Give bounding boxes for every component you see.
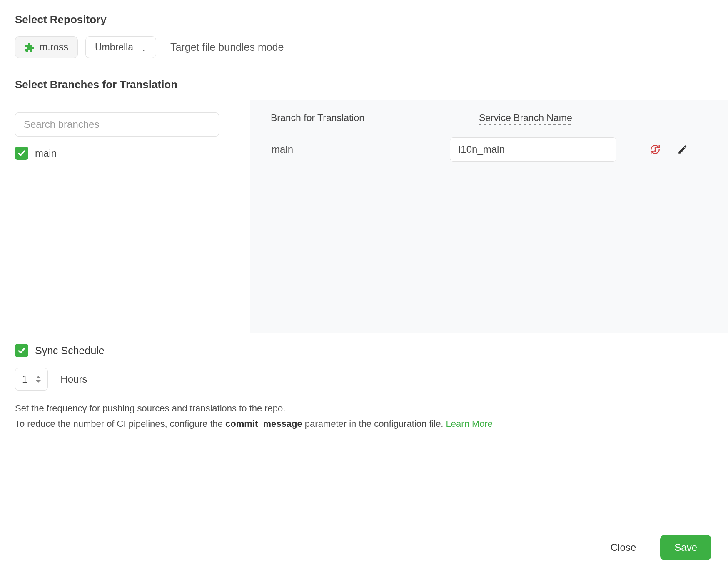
interval-stepper[interactable]: 1 bbox=[15, 368, 48, 391]
repo-project-dropdown[interactable]: Umbrella bbox=[85, 36, 156, 58]
chevron-down-icon bbox=[141, 45, 147, 50]
target-mode-label: Target file bundles mode bbox=[170, 41, 284, 53]
branch-item-label: main bbox=[35, 147, 57, 159]
sync-schedule-label: Sync Schedule bbox=[35, 345, 105, 357]
sync-section: Sync Schedule 1 Hours Set the frequency … bbox=[15, 333, 713, 442]
branch-checkbox[interactable] bbox=[15, 147, 28, 160]
sync-help-text: Set the frequency for pushing sources an… bbox=[15, 401, 713, 432]
help-suffix: parameter in the configuration file. bbox=[302, 418, 446, 429]
column-service-branch-name[interactable]: Service Branch Name bbox=[479, 112, 572, 125]
column-branch-for-translation: Branch for Translation bbox=[271, 112, 429, 125]
branch-item[interactable]: main bbox=[15, 147, 235, 160]
interval-unit-label: Hours bbox=[60, 373, 87, 385]
sync-alert-icon[interactable] bbox=[650, 144, 661, 155]
branches-area: main Branch for Translation Service Bran… bbox=[0, 100, 728, 333]
save-button[interactable]: Save bbox=[660, 535, 711, 560]
select-branches-heading: Select Branches for Translation bbox=[15, 78, 713, 91]
help-line1: Set the frequency for pushing sources an… bbox=[15, 401, 713, 416]
row-actions bbox=[650, 144, 688, 155]
branch-config-row: main bbox=[271, 137, 707, 162]
branches-list-panel: main bbox=[0, 100, 250, 333]
puzzle-icon bbox=[25, 42, 35, 52]
repo-row: m.ross Umbrella Target file bundles mode bbox=[15, 36, 713, 58]
repo-owner-label: m.ross bbox=[40, 42, 68, 53]
svg-point-1 bbox=[655, 151, 656, 152]
learn-more-link[interactable]: Learn More bbox=[446, 418, 493, 429]
select-repository-heading: Select Repository bbox=[15, 13, 713, 26]
repo-project-label: Umbrella bbox=[95, 42, 133, 53]
branch-config-headers: Branch for Translation Service Branch Na… bbox=[271, 112, 707, 125]
close-button[interactable]: Close bbox=[603, 536, 643, 559]
help-line2: To reduce the number of CI pipelines, co… bbox=[15, 416, 713, 431]
interval-value: 1 bbox=[22, 373, 27, 385]
search-branches-input[interactable] bbox=[15, 112, 219, 137]
branch-config-panel: Branch for Translation Service Branch Na… bbox=[250, 100, 728, 333]
branch-name-label: main bbox=[271, 144, 429, 155]
repo-owner-pill[interactable]: m.ross bbox=[15, 36, 78, 58]
sync-schedule-row: Sync Schedule bbox=[15, 344, 713, 357]
help-prefix: To reduce the number of CI pipelines, co… bbox=[15, 418, 225, 429]
commit-message-param: commit_message bbox=[225, 418, 302, 429]
interval-row: 1 Hours bbox=[15, 368, 713, 391]
pencil-icon[interactable] bbox=[677, 144, 688, 155]
stepper-arrows[interactable] bbox=[36, 376, 41, 383]
service-branch-input[interactable] bbox=[450, 137, 616, 162]
footer-actions: Close Save bbox=[603, 535, 711, 560]
sync-schedule-checkbox[interactable] bbox=[15, 344, 28, 357]
